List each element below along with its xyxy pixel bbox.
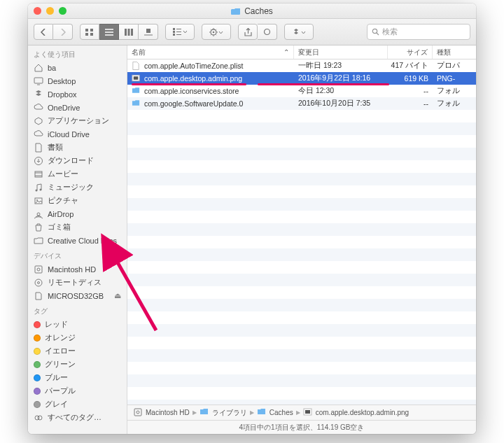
sidebar-item[interactable]: iCloud Drive <box>28 127 127 141</box>
folder-icon <box>34 236 43 246</box>
sidebar-item-label: MICROSD32GB <box>48 292 104 300</box>
sidebar-item[interactable]: アプリケーション <box>28 114 127 127</box>
action-button[interactable] <box>202 24 231 40</box>
sidebar-item[interactable]: ba <box>28 61 127 74</box>
sidebar-item-label: グリーン <box>45 359 76 370</box>
svg-rect-17 <box>35 171 42 177</box>
coverflow-view-button[interactable] <box>139 24 158 40</box>
svg-point-32 <box>136 411 139 414</box>
back-button[interactable] <box>34 24 53 40</box>
svg-point-22 <box>37 213 40 216</box>
trash-icon <box>34 223 43 232</box>
path-segment[interactable]: Caches <box>257 407 293 419</box>
dropbox-icon <box>34 90 43 99</box>
sidebar-item[interactable]: ミュージック <box>28 181 127 194</box>
sidebar-item-label: すべてのタグ… <box>48 412 102 423</box>
file-modified: 一昨日 19:23 <box>298 61 342 71</box>
share-button[interactable] <box>238 24 258 40</box>
col-kind[interactable]: 種類 <box>433 45 476 59</box>
folder-file-icon <box>132 99 141 108</box>
file-name: com.apple.iconservices.store <box>144 87 239 95</box>
sidebar-item-label: AirDrop <box>48 210 74 218</box>
minimize-button[interactable] <box>46 7 54 15</box>
close-button[interactable] <box>34 7 41 15</box>
file-modified: 2016年10月20日 7:35 <box>298 99 370 108</box>
path-bar: Macintosh HD▶ライブラリ▶Caches▶com.apple.desk… <box>127 405 476 420</box>
sidebar-item[interactable]: ダウンロード <box>28 154 127 167</box>
file-row[interactable]: com.apple.AutoTimeZone.plist一昨日 19:23417… <box>127 59 476 72</box>
column-view-button[interactable] <box>119 24 139 40</box>
finder-window: Caches 検索 <box>28 3 476 434</box>
file-modified: 2016年9月22日 18:16 <box>298 73 370 83</box>
eject-icon[interactable]: ⏏ <box>114 291 121 300</box>
sidebar-item[interactable]: リモートディス <box>28 276 127 289</box>
search-field[interactable]: 検索 <box>367 24 470 40</box>
path-label: ライブラリ <box>212 408 247 418</box>
sort-asc-icon: ⌃ <box>284 48 289 56</box>
sidebar-heading: よく使う項目 <box>28 45 127 61</box>
sidebar-item[interactable]: Dropbox <box>28 87 127 101</box>
file-row[interactable]: com.apple.iconservices.store今日 12:30--フォ… <box>127 85 476 97</box>
icon-view-button[interactable] <box>80 24 99 40</box>
col-size[interactable]: サイズ <box>388 45 433 59</box>
sidebar-item[interactable]: すべてのタグ… <box>28 411 127 424</box>
svg-rect-3 <box>90 33 93 36</box>
path-segment[interactable]: com.apple.desktop.admin.png <box>303 407 409 419</box>
airdrop-icon <box>34 209 43 219</box>
sidebar-item-label: 書類 <box>48 142 63 153</box>
dropbox-button[interactable] <box>284 24 314 40</box>
sidebar-item[interactable]: グリーン <box>28 358 127 371</box>
doc-file-icon <box>132 62 141 71</box>
arrange-button[interactable] <box>165 24 195 40</box>
path-segment[interactable]: Macintosh HD <box>133 407 190 419</box>
sidebar-item[interactable]: ゴミ箱 <box>28 220 127 234</box>
sidebar-item[interactable]: イエロー <box>28 344 127 358</box>
file-list[interactable]: com.apple.AutoTimeZone.plist一昨日 19:23417… <box>127 59 476 405</box>
folder-file-icon <box>132 87 141 96</box>
sidebar-item-label: アプリケーション <box>48 115 109 126</box>
disk-icon <box>133 407 143 419</box>
svg-rect-8 <box>173 28 175 30</box>
sidebar-item[interactable]: オレンジ <box>28 331 127 344</box>
sd-icon <box>34 291 43 301</box>
file-row[interactable]: com.google.SoftwareUpdate.02016年10月20日 7… <box>127 97 476 110</box>
sidebar-item[interactable]: レッド <box>28 318 127 331</box>
tags-button[interactable] <box>258 24 277 40</box>
window-controls <box>34 7 66 15</box>
content-area: 名前⌃ 変更日 サイズ 種類 com.apple.AutoTimeZone.pl… <box>127 45 476 434</box>
annotation-underline-right <box>258 83 389 85</box>
file-name: com.google.SoftwareUpdate.0 <box>144 99 243 108</box>
col-modified[interactable]: 変更日 <box>294 45 388 59</box>
forward-button[interactable] <box>53 24 73 40</box>
disk-icon <box>34 265 43 274</box>
music-icon <box>34 183 43 192</box>
window-title: Caches <box>244 6 273 16</box>
sidebar-item[interactable]: Creative Cloud Files <box>28 234 127 247</box>
list-view-button[interactable] <box>99 24 119 40</box>
sidebar-item[interactable]: グレイ <box>28 398 127 411</box>
sidebar-item[interactable]: MICROSD32GB⏏ <box>28 289 127 302</box>
sidebar-item[interactable]: ブルー <box>28 371 127 384</box>
path-segment[interactable]: ライブラリ <box>200 407 247 419</box>
app-icon <box>34 116 43 126</box>
svg-point-26 <box>38 281 40 283</box>
sidebar-item[interactable]: Macintosh HD <box>28 262 127 276</box>
chevron-right-icon: ▶ <box>296 409 300 416</box>
sidebar-item[interactable]: ピクチャ <box>28 194 127 207</box>
col-name[interactable]: 名前⌃ <box>127 45 294 59</box>
sidebar-item-label: ブルー <box>45 372 68 383</box>
sidebar-item[interactable]: Desktop <box>28 74 127 87</box>
file-size: -- <box>424 99 428 108</box>
sidebar-item[interactable]: OneDrive <box>28 101 127 114</box>
sidebar-item-label: リモートディス <box>48 277 102 288</box>
svg-point-19 <box>40 188 42 190</box>
sidebar-item[interactable]: パープル <box>28 384 127 398</box>
sidebar-item[interactable]: ムービー <box>28 167 127 181</box>
svg-point-24 <box>37 268 40 271</box>
sidebar-item[interactable]: AirDrop <box>28 207 127 220</box>
zoom-button[interactable] <box>59 7 66 15</box>
desktop-icon <box>34 76 43 86</box>
alltags-icon <box>34 413 43 423</box>
chevron-right-icon: ▶ <box>250 409 254 416</box>
sidebar-item[interactable]: 書類 <box>28 141 127 154</box>
